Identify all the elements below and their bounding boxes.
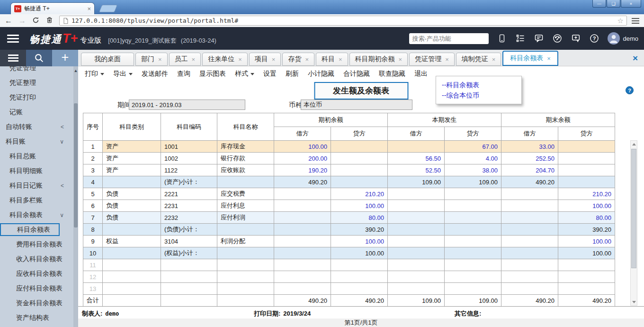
table-cell[interactable]: 负债 [103, 188, 161, 200]
table-cell[interactable] [161, 271, 217, 283]
toolbar-button[interactable]: 小计隐藏 [308, 70, 334, 78]
table-cell[interactable] [501, 271, 558, 283]
table-cell[interactable]: 3104 [161, 236, 217, 247]
user-menu[interactable]: demo [608, 32, 638, 45]
table-cell[interactable]: 210.20 [558, 188, 615, 200]
table-cell[interactable]: 490.20 [501, 176, 558, 188]
table-cell[interactable] [388, 283, 445, 295]
table-cell[interactable]: 资产 [103, 153, 161, 164]
table-cell[interactable] [274, 212, 331, 224]
url-field[interactable]: 127.0.0.1:8080/tplus/view/portal/portal.… [59, 16, 627, 26]
app-tab[interactable]: 员工× [169, 53, 201, 66]
table-cell[interactable] [558, 141, 615, 153]
toolbar-button[interactable]: 合计隐藏 [343, 70, 370, 78]
new-tab-button[interactable] [99, 5, 117, 12]
sidebar-item[interactable]: 凭证整理 [0, 75, 78, 90]
col-group-ending[interactable]: 期末余额 [501, 113, 615, 127]
sidebar-scrollbar[interactable]: ▲ [73, 66, 78, 327]
sidebar-item[interactable]: 科目明细账 [0, 164, 78, 178]
table-cell[interactable]: 490.20 [274, 176, 331, 188]
table-cell[interactable] [331, 153, 388, 164]
table-cell[interactable]: 资产 [103, 141, 161, 153]
table-cell[interactable] [445, 200, 501, 212]
table-cell[interactable]: 1122 [161, 164, 217, 176]
toolbar-button[interactable]: 联查隐藏 [379, 70, 405, 78]
table-cell[interactable]: 33.00 [501, 141, 558, 153]
table-cell[interactable]: 负债 [103, 200, 161, 212]
scroll-up-icon[interactable]: ▲ [73, 68, 78, 73]
table-cell[interactable]: 80.00 [558, 212, 615, 224]
table-cell[interactable]: 100.00 [274, 141, 331, 153]
table-cell[interactable] [445, 212, 501, 224]
table-cell[interactable] [558, 259, 615, 271]
table-cell[interactable]: 490.20 [274, 295, 331, 307]
window-minimize-button[interactable]: — [592, 0, 606, 8]
table-cell[interactable]: 9 [83, 236, 103, 247]
table-cell[interactable]: 6 [83, 200, 103, 212]
table-cell[interactable] [331, 164, 388, 176]
table-cell[interactable]: 100.00 [558, 236, 615, 247]
app-tab[interactable]: 项目× [249, 53, 281, 66]
table-cell[interactable]: 4 [83, 176, 103, 188]
sidebar-add-button[interactable]: + [52, 50, 78, 66]
table-cell[interactable]: 库存现金 [217, 141, 274, 153]
table-cell[interactable] [445, 247, 501, 259]
sidebar-item[interactable]: 科目余额表 [0, 223, 60, 236]
col-header-debit[interactable]: 借方 [501, 127, 558, 141]
table-cell[interactable] [501, 212, 558, 224]
table-cell[interactable]: 合计 [83, 295, 103, 307]
popup-link[interactable]: --科目余额表 [442, 80, 516, 90]
sidebar-item[interactable]: 资金科目余额表 [0, 296, 78, 310]
col-header-name[interactable]: 科目名称 [217, 113, 274, 141]
table-cell[interactable]: (权益)小计： [161, 247, 217, 259]
table-cell[interactable]: 银行存款 [217, 153, 274, 164]
back-icon[interactable]: ← [5, 17, 12, 25]
table-cell[interactable]: 490.20 [331, 295, 388, 307]
table-cell[interactable] [388, 141, 445, 153]
table-cell[interactable] [274, 259, 331, 271]
table-cell[interactable] [445, 283, 501, 295]
sidebar-item[interactable]: 科目多栏账 [0, 193, 78, 208]
table-cell[interactable] [217, 224, 274, 236]
table-cell[interactable] [103, 224, 161, 236]
window-restore-button[interactable]: ❑ [607, 0, 620, 8]
toolbar-button[interactable]: 退出 [414, 70, 428, 78]
table-cell[interactable] [501, 188, 558, 200]
table-cell[interactable] [274, 188, 331, 200]
table-cell[interactable]: 100.00 [558, 247, 615, 259]
table-cell[interactable] [331, 271, 388, 283]
table-cell[interactable]: 10 [83, 247, 103, 259]
toolbar-button[interactable]: 刷新 [286, 70, 299, 78]
table-cell[interactable] [558, 271, 615, 283]
table-cell[interactable]: 67.00 [445, 141, 501, 153]
table-cell[interactable]: 资产 [103, 164, 161, 176]
table-cell[interactable]: (负债)小计： [161, 224, 217, 236]
table-cell[interactable] [274, 224, 331, 236]
sidebar-item[interactable]: 应付科目余额表 [0, 281, 78, 296]
scrollbar-thumb[interactable] [631, 149, 636, 268]
table-cell[interactable]: 5 [83, 188, 103, 200]
table-cell[interactable] [331, 141, 388, 153]
toolbar-button[interactable]: 设置 [263, 70, 277, 78]
table-cell[interactable] [331, 176, 388, 188]
window-close-button[interactable]: × [621, 0, 641, 8]
tab-close-icon[interactable]: × [272, 56, 276, 63]
phone-icon[interactable] [552, 33, 563, 44]
toolbar-button[interactable]: 导出 [113, 70, 133, 78]
col-header-credit[interactable]: 贷方 [445, 127, 501, 141]
table-cell[interactable]: 100.00 [331, 200, 388, 212]
tab-close-icon[interactable]: × [547, 55, 551, 62]
table-cell[interactable]: 52.50 [388, 164, 445, 176]
tab-close-icon[interactable]: × [339, 56, 342, 63]
table-cell[interactable]: 4.00 [445, 153, 501, 164]
period-input[interactable] [129, 100, 245, 110]
table-cell[interactable]: 权益 [103, 236, 161, 247]
sidebar-menu-button[interactable] [0, 50, 26, 66]
tab-close-icon[interactable]: × [492, 56, 496, 63]
app-tab[interactable]: 科目余额表× [502, 51, 558, 66]
table-cell[interactable] [161, 295, 217, 307]
table-cell[interactable] [445, 236, 501, 247]
table-cell[interactable] [274, 283, 331, 295]
table-cell[interactable] [501, 283, 558, 295]
table-cell[interactable] [217, 247, 274, 259]
